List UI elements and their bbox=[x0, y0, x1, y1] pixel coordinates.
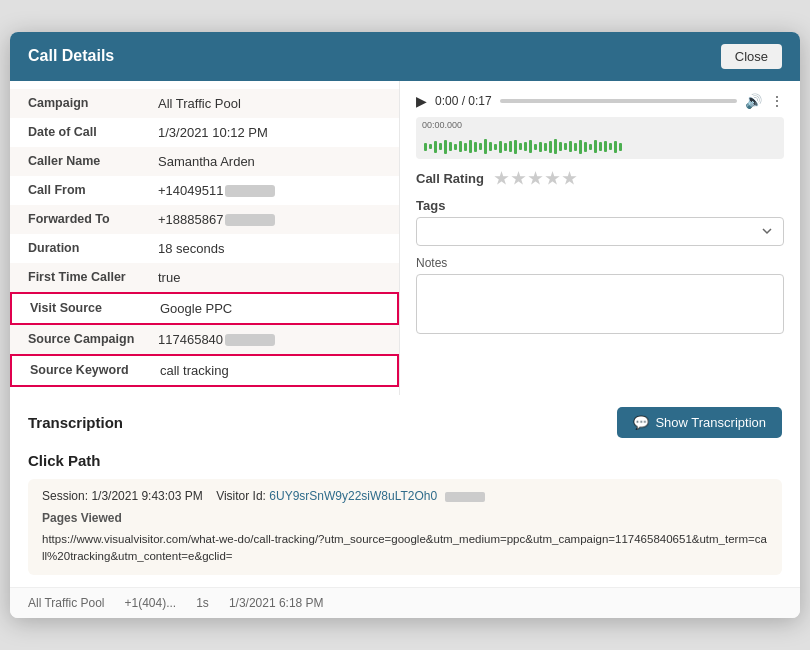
session-header: Session: 1/3/2021 9:43:03 PM Visitor Id:… bbox=[42, 489, 768, 503]
waveform-bar bbox=[604, 141, 607, 152]
waveform-bar bbox=[454, 144, 457, 150]
detail-value: +14049511 bbox=[158, 183, 275, 198]
detail-row: CampaignAll Traffic Pool bbox=[10, 89, 399, 118]
visitor-id-redacted bbox=[445, 492, 485, 502]
call-details-modal: Call Details Close CampaignAll Traffic P… bbox=[10, 32, 800, 619]
star-5[interactable]: ★ bbox=[562, 169, 576, 188]
detail-row: Source Campaign117465840 bbox=[10, 325, 399, 354]
star-1[interactable]: ★ bbox=[494, 169, 508, 188]
left-panel: CampaignAll Traffic PoolDate of Call1/3/… bbox=[10, 81, 400, 395]
click-path-section: Click Path Session: 1/3/2021 9:43:03 PM … bbox=[10, 448, 800, 588]
waveform-bar bbox=[434, 141, 437, 153]
waveform-bar bbox=[464, 143, 467, 151]
more-options-icon[interactable]: ⋮ bbox=[770, 93, 784, 109]
waveform-bar bbox=[499, 141, 502, 153]
detail-value: call tracking bbox=[160, 363, 229, 378]
notes-row: Notes bbox=[416, 256, 784, 338]
waveform-bar bbox=[484, 139, 487, 154]
call-rating-label: Call Rating bbox=[416, 171, 484, 186]
detail-row: Duration18 seconds bbox=[10, 234, 399, 263]
transcription-section: Transcription 💬 Show Transcription bbox=[10, 395, 800, 448]
tags-dropdown[interactable] bbox=[416, 217, 784, 246]
bottom-col1: All Traffic Pool bbox=[28, 596, 104, 610]
detail-row: Source Keywordcall tracking bbox=[10, 354, 399, 387]
audio-icons: 🔊 ⋮ bbox=[745, 93, 784, 109]
waveform-bar bbox=[594, 140, 597, 153]
click-path-title: Click Path bbox=[28, 452, 782, 469]
star-rating[interactable]: ★ ★ ★ ★ ★ bbox=[494, 169, 576, 188]
session-date: 1/3/2021 9:43:03 PM bbox=[91, 489, 202, 503]
bottom-col2: +1(404)... bbox=[124, 596, 176, 610]
waveform-bar bbox=[439, 143, 442, 150]
show-transcription-label: Show Transcription bbox=[655, 415, 766, 430]
detail-value: Google PPC bbox=[160, 301, 232, 316]
waveform-bar bbox=[449, 142, 452, 151]
audio-player: ▶ 0:00 / 0:17 🔊 ⋮ bbox=[416, 93, 784, 109]
notes-label: Notes bbox=[416, 256, 784, 270]
waveform-bar bbox=[514, 140, 517, 154]
detail-row: Forwarded To+18885867 bbox=[10, 205, 399, 234]
waveform-bar bbox=[509, 141, 512, 152]
show-transcription-button[interactable]: 💬 Show Transcription bbox=[617, 407, 782, 438]
waveform-bar bbox=[424, 143, 427, 151]
bottom-col4: 1/3/2021 6:18 PM bbox=[229, 596, 324, 610]
detail-value: 1/3/2021 10:12 PM bbox=[158, 125, 268, 140]
waveform-bar bbox=[529, 140, 532, 153]
star-4[interactable]: ★ bbox=[545, 169, 559, 188]
visitor-id: 6UY9srSnW9y22siW8uLT2Oh0 bbox=[269, 489, 437, 503]
detail-row: First Time Callertrue bbox=[10, 263, 399, 292]
redacted-value bbox=[225, 334, 275, 346]
waveform-bars bbox=[424, 133, 776, 159]
detail-label: Call From bbox=[28, 183, 158, 197]
right-panel: ▶ 0:00 / 0:17 🔊 ⋮ 00:00.000 Call Rating bbox=[400, 81, 800, 395]
tags-label: Tags bbox=[416, 198, 784, 213]
waveform-bar bbox=[584, 142, 587, 152]
volume-icon[interactable]: 🔊 bbox=[745, 93, 762, 109]
waveform-bar bbox=[479, 143, 482, 150]
modal-header: Call Details Close bbox=[10, 32, 800, 81]
detail-row: Call From+14049511 bbox=[10, 176, 399, 205]
detail-value: +18885867 bbox=[158, 212, 275, 227]
detail-value: 117465840 bbox=[158, 332, 275, 347]
waveform-bar bbox=[474, 142, 477, 152]
notes-textarea[interactable] bbox=[416, 274, 784, 334]
detail-label: Caller Name bbox=[28, 154, 158, 168]
redacted-value bbox=[225, 214, 275, 226]
detail-label: Source Keyword bbox=[30, 363, 160, 377]
waveform-bar bbox=[569, 141, 572, 152]
waveform-bar bbox=[429, 144, 432, 149]
waveform-bar bbox=[564, 143, 567, 150]
detail-value: All Traffic Pool bbox=[158, 96, 241, 111]
waveform-time-label: 00:00.000 bbox=[422, 120, 462, 130]
audio-progress-bar[interactable] bbox=[500, 99, 737, 103]
chat-icon: 💬 bbox=[633, 415, 649, 430]
waveform-bar bbox=[544, 143, 547, 151]
page-url: https://www.visualvisitor.com/what-we-do… bbox=[42, 531, 768, 566]
waveform-bar bbox=[619, 143, 622, 151]
waveform: 00:00.000 bbox=[416, 117, 784, 159]
detail-rows: CampaignAll Traffic PoolDate of Call1/3/… bbox=[10, 89, 399, 387]
detail-label: Forwarded To bbox=[28, 212, 158, 226]
waveform-bar bbox=[589, 144, 592, 150]
detail-label: Visit Source bbox=[30, 301, 160, 315]
waveform-bar bbox=[559, 142, 562, 151]
pages-viewed-label: Pages Viewed bbox=[42, 511, 768, 525]
waveform-bar bbox=[494, 144, 497, 150]
bottom-col3: 1s bbox=[196, 596, 209, 610]
detail-label: First Time Caller bbox=[28, 270, 158, 284]
detail-row: Visit SourceGoogle PPC bbox=[10, 292, 399, 325]
waveform-bar bbox=[574, 143, 577, 151]
waveform-bar bbox=[614, 141, 617, 153]
star-2[interactable]: ★ bbox=[511, 169, 525, 188]
star-3[interactable]: ★ bbox=[528, 169, 542, 188]
detail-value: Samantha Arden bbox=[158, 154, 255, 169]
play-button[interactable]: ▶ bbox=[416, 93, 427, 109]
waveform-bar bbox=[609, 143, 612, 150]
session-label: Session: bbox=[42, 489, 88, 503]
waveform-bar bbox=[534, 144, 537, 150]
bottom-row: All Traffic Pool +1(404)... 1s 1/3/2021 … bbox=[10, 587, 800, 618]
waveform-bar bbox=[539, 142, 542, 152]
waveform-bar bbox=[579, 140, 582, 154]
detail-value: 18 seconds bbox=[158, 241, 225, 256]
close-button[interactable]: Close bbox=[721, 44, 782, 69]
